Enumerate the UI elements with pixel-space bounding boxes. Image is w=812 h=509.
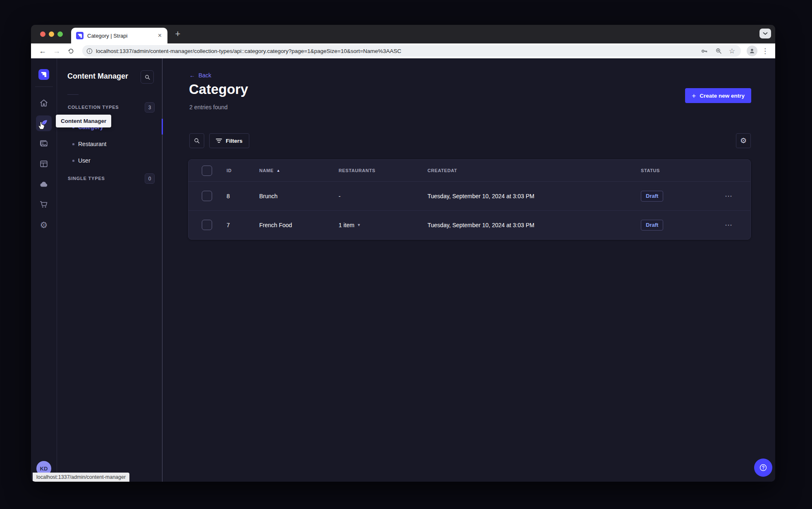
minimize-window-button[interactable]: [49, 31, 54, 37]
collection-types-count-badge: 3: [145, 102, 155, 113]
gear-icon: ⚙: [40, 221, 48, 229]
browser-tab[interactable]: Category | Strapi ×: [71, 28, 167, 43]
column-header-status[interactable]: STATUS: [641, 168, 723, 173]
new-tab-button[interactable]: +: [172, 28, 184, 40]
sort-ascending-icon: ▲: [277, 168, 281, 173]
url-text: localhost:1337/admin/content-manager/col…: [96, 48, 695, 54]
entries-count: 2 entries found: [189, 104, 228, 110]
tab-close-icon[interactable]: ×: [157, 32, 162, 39]
help-button[interactable]: [754, 459, 772, 477]
password-key-icon[interactable]: [700, 47, 708, 55]
link-status-bar: localhost:1337/admin/content-manager: [33, 473, 129, 482]
nav-deploy-cloud-button[interactable]: [36, 176, 52, 192]
layout-icon: [39, 159, 48, 168]
collection-types-label: COLLECTION TYPES: [68, 105, 119, 110]
search-icon: [144, 74, 150, 80]
sidebar-item-restaurant[interactable]: Restaurant: [57, 138, 162, 150]
cell-createdat: Tuesday, September 10, 2024 at 3:03 PM: [427, 222, 641, 228]
row-checkbox[interactable]: [202, 191, 212, 201]
shopping-cart-icon: [39, 200, 48, 209]
address-bar[interactable]: localhost:1337/admin/content-manager/col…: [82, 45, 741, 57]
reload-icon[interactable]: [65, 45, 76, 57]
table-search-button[interactable]: [189, 133, 204, 148]
cell-id: 7: [227, 222, 259, 228]
column-header-createdat[interactable]: CREATEDAT: [427, 168, 641, 173]
browser-menu-icon[interactable]: ⋮: [760, 47, 770, 55]
sidebar-divider: [67, 94, 79, 95]
table-header-row: ID NAME ▲ RESTAURANTS CREATEDAT STATUS: [189, 160, 750, 181]
cell-restaurants[interactable]: 1 item ▾: [339, 222, 427, 228]
status-badge: Draft: [641, 191, 663, 202]
question-mark-icon: [759, 463, 768, 472]
cell-id: 8: [227, 193, 259, 199]
bullet-icon: [72, 160, 74, 162]
sidebar-item-user[interactable]: User: [57, 154, 162, 167]
browser-toolbar: ← → localhost:1337/admin/content-manager…: [31, 43, 775, 58]
tab-title: Category | Strapi: [87, 33, 157, 39]
select-all-checkbox[interactable]: [202, 166, 212, 176]
cell-createdat: Tuesday, September 10, 2024 at 3:03 PM: [427, 193, 641, 199]
back-nav-icon[interactable]: ←: [37, 45, 48, 57]
entries-table: ID NAME ▲ RESTAURANTS CREATEDAT STATUS 8…: [188, 159, 751, 240]
back-arrow-icon: ←: [189, 72, 195, 79]
cell-name: French Food: [259, 222, 339, 228]
table-settings-button[interactable]: ⚙: [736, 133, 751, 148]
close-window-button[interactable]: [40, 31, 45, 37]
single-types-label: SINGLE TYPES: [68, 176, 105, 181]
row-actions-menu-icon[interactable]: ⋯: [723, 192, 733, 201]
filters-button[interactable]: Filters: [209, 133, 249, 148]
mouse-cursor: [38, 121, 45, 130]
browser-profile-avatar[interactable]: [747, 46, 757, 56]
home-icon: [39, 98, 48, 108]
back-link[interactable]: ← Back: [189, 72, 211, 79]
table-row[interactable]: 8 Brunch - Tuesday, September 10, 2024 a…: [189, 181, 750, 210]
row-actions-menu-icon[interactable]: ⋯: [723, 221, 733, 230]
chevron-down-icon: ▾: [358, 222, 360, 228]
rail-divider: [35, 86, 53, 87]
nav-media-library-button[interactable]: [36, 136, 52, 151]
gear-icon: ⚙: [740, 137, 747, 144]
row-checkbox[interactable]: [202, 220, 212, 230]
fullscreen-window-button[interactable]: [57, 31, 63, 37]
plus-icon: +: [692, 92, 696, 99]
sidebar-search-button[interactable]: [141, 70, 154, 84]
nav-tooltip: Content Manager: [56, 115, 111, 127]
site-info-icon[interactable]: [86, 48, 93, 54]
search-icon: [193, 137, 200, 144]
media-images-icon: [39, 139, 48, 148]
forward-nav-icon: →: [51, 45, 62, 57]
cloud-icon: [39, 180, 49, 189]
zoom-page-icon[interactable]: [715, 47, 722, 55]
column-header-id[interactable]: ID: [227, 168, 259, 173]
filter-icon: [216, 138, 222, 143]
tab-search-chevron-icon[interactable]: [759, 29, 771, 38]
single-types-count-badge: 0: [145, 173, 155, 184]
strapi-admin: ⚙ KD Content Manager COLLECTION TYPES 3 …: [31, 58, 775, 482]
traffic-lights: [40, 31, 63, 37]
nav-marketplace-button[interactable]: [36, 197, 52, 212]
cell-name: Brunch: [259, 193, 339, 199]
bookmark-star-icon[interactable]: ☆: [729, 48, 735, 55]
page-title: Category: [189, 82, 248, 97]
browser-window: Category | Strapi × + ← → localhost:1337…: [31, 25, 775, 482]
nav-content-type-builder-button[interactable]: [36, 156, 52, 172]
table-row[interactable]: 7 French Food 1 item ▾ Tuesday, Septembe…: [189, 210, 750, 239]
column-header-restaurants[interactable]: RESTAURANTS: [339, 168, 427, 173]
status-badge: Draft: [641, 220, 663, 230]
bullet-icon: [72, 143, 74, 145]
nav-home-button[interactable]: [36, 95, 52, 111]
nav-settings-button[interactable]: ⚙: [36, 217, 52, 233]
tab-strip: Category | Strapi × +: [31, 25, 775, 43]
sidebar-title: Content Manager: [67, 72, 128, 81]
main-content: ← Back Category 2 entries found + Create…: [162, 58, 775, 482]
create-new-entry-button[interactable]: + Create new entry: [685, 88, 751, 103]
column-header-name[interactable]: NAME ▲: [259, 168, 339, 173]
strapi-logo[interactable]: [38, 69, 49, 80]
strapi-favicon: [76, 32, 84, 39]
cell-restaurants: -: [339, 193, 427, 199]
